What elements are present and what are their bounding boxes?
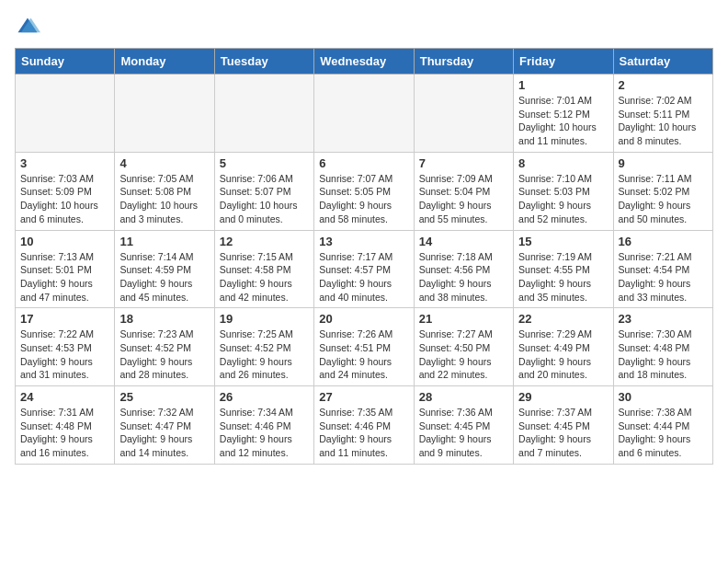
weekday-header: Tuesday (214, 49, 313, 75)
day-info: Sunrise: 7:10 AM Sunset: 5:03 PM Dayligh… (518, 172, 608, 226)
day-number: 8 (518, 156, 608, 170)
calendar-day-cell: 11Sunrise: 7:14 AM Sunset: 4:59 PM Dayli… (115, 230, 214, 308)
day-info: Sunrise: 7:15 AM Sunset: 4:58 PM Dayligh… (220, 250, 309, 304)
calendar-week-row: 3Sunrise: 7:03 AM Sunset: 5:09 PM Daylig… (16, 152, 713, 230)
weekday-header: Monday (115, 49, 214, 75)
day-info: Sunrise: 7:26 AM Sunset: 4:51 PM Dayligh… (319, 327, 408, 382)
day-info: Sunrise: 7:17 AM Sunset: 4:57 PM Dayligh… (319, 250, 408, 304)
calendar-day-cell: 21Sunrise: 7:27 AM Sunset: 4:50 PM Dayli… (414, 308, 513, 386)
day-info: Sunrise: 7:35 AM Sunset: 4:46 PM Dayligh… (319, 406, 408, 460)
day-number: 25 (119, 390, 209, 404)
calendar-day-cell (214, 75, 313, 153)
calendar-day-cell (115, 75, 214, 153)
day-info: Sunrise: 7:30 AM Sunset: 4:48 PM Dayligh… (619, 327, 708, 382)
calendar-day-cell (314, 75, 414, 153)
day-info: Sunrise: 7:32 AM Sunset: 4:47 PM Dayligh… (119, 406, 209, 460)
calendar-day-cell: 14Sunrise: 7:18 AM Sunset: 4:56 PM Dayli… (414, 230, 513, 308)
header (15, 15, 713, 40)
calendar-day-cell: 26Sunrise: 7:34 AM Sunset: 4:46 PM Dayli… (214, 386, 313, 465)
calendar-day-cell: 10Sunrise: 7:13 AM Sunset: 5:01 PM Dayli… (16, 230, 115, 308)
calendar-day-cell: 5Sunrise: 7:06 AM Sunset: 5:07 PM Daylig… (214, 152, 313, 230)
calendar-day-cell: 15Sunrise: 7:19 AM Sunset: 4:55 PM Dayli… (514, 230, 613, 308)
calendar-day-cell: 23Sunrise: 7:30 AM Sunset: 4:48 PM Dayli… (613, 308, 712, 386)
day-info: Sunrise: 7:27 AM Sunset: 4:50 PM Dayligh… (419, 327, 508, 382)
calendar-day-cell: 2Sunrise: 7:02 AM Sunset: 5:11 PM Daylig… (613, 75, 712, 153)
calendar-day-cell: 29Sunrise: 7:37 AM Sunset: 4:45 PM Dayli… (514, 386, 613, 465)
calendar-day-cell: 19Sunrise: 7:25 AM Sunset: 4:52 PM Dayli… (214, 308, 313, 386)
calendar-day-cell: 12Sunrise: 7:15 AM Sunset: 4:58 PM Dayli… (214, 230, 313, 308)
day-number: 21 (419, 312, 508, 326)
day-number: 3 (20, 156, 109, 170)
calendar-day-cell: 28Sunrise: 7:36 AM Sunset: 4:45 PM Dayli… (414, 386, 513, 465)
day-number: 13 (319, 235, 408, 248)
weekday-header: Friday (514, 49, 613, 75)
day-number: 28 (419, 390, 508, 404)
calendar-day-cell: 27Sunrise: 7:35 AM Sunset: 4:46 PM Dayli… (314, 386, 414, 465)
calendar-day-cell: 22Sunrise: 7:29 AM Sunset: 4:49 PM Dayli… (514, 308, 613, 386)
calendar-day-cell: 7Sunrise: 7:09 AM Sunset: 5:04 PM Daylig… (414, 152, 513, 230)
day-number: 7 (419, 156, 508, 170)
day-number: 15 (518, 235, 608, 248)
calendar-day-cell: 3Sunrise: 7:03 AM Sunset: 5:09 PM Daylig… (16, 152, 115, 230)
day-number: 29 (518, 390, 608, 404)
calendar-day-cell: 9Sunrise: 7:11 AM Sunset: 5:02 PM Daylig… (613, 152, 712, 230)
day-number: 12 (220, 235, 309, 248)
calendar-day-cell: 6Sunrise: 7:07 AM Sunset: 5:05 PM Daylig… (314, 152, 414, 230)
logo-icon (15, 15, 40, 40)
day-info: Sunrise: 7:36 AM Sunset: 4:45 PM Dayligh… (419, 406, 508, 460)
calendar-day-cell: 17Sunrise: 7:22 AM Sunset: 4:53 PM Dayli… (16, 308, 115, 386)
day-info: Sunrise: 7:29 AM Sunset: 4:49 PM Dayligh… (518, 327, 608, 382)
calendar-table: SundayMondayTuesdayWednesdayThursdayFrid… (15, 48, 713, 465)
day-number: 11 (119, 235, 209, 248)
calendar-day-cell: 13Sunrise: 7:17 AM Sunset: 4:57 PM Dayli… (314, 230, 414, 308)
weekday-header: Wednesday (314, 49, 414, 75)
weekday-header: Saturday (613, 49, 712, 75)
calendar-day-cell: 30Sunrise: 7:38 AM Sunset: 4:44 PM Dayli… (613, 386, 712, 465)
day-info: Sunrise: 7:05 AM Sunset: 5:08 PM Dayligh… (119, 172, 209, 226)
day-number: 14 (419, 235, 508, 248)
calendar-week-row: 1Sunrise: 7:01 AM Sunset: 5:12 PM Daylig… (16, 75, 713, 153)
day-info: Sunrise: 7:07 AM Sunset: 5:05 PM Dayligh… (319, 172, 408, 226)
day-number: 23 (619, 312, 708, 326)
day-info: Sunrise: 7:03 AM Sunset: 5:09 PM Dayligh… (20, 172, 109, 226)
day-number: 30 (619, 390, 708, 404)
day-info: Sunrise: 7:31 AM Sunset: 4:48 PM Dayligh… (20, 406, 109, 460)
day-number: 26 (220, 390, 309, 404)
calendar-day-cell: 8Sunrise: 7:10 AM Sunset: 5:03 PM Daylig… (514, 152, 613, 230)
calendar-day-cell: 25Sunrise: 7:32 AM Sunset: 4:47 PM Dayli… (115, 386, 214, 465)
day-info: Sunrise: 7:25 AM Sunset: 4:52 PM Dayligh… (220, 327, 309, 382)
calendar-week-row: 24Sunrise: 7:31 AM Sunset: 4:48 PM Dayli… (16, 386, 713, 465)
day-number: 22 (518, 312, 608, 326)
day-info: Sunrise: 7:37 AM Sunset: 4:45 PM Dayligh… (518, 406, 608, 460)
day-info: Sunrise: 7:38 AM Sunset: 4:44 PM Dayligh… (619, 406, 708, 460)
day-info: Sunrise: 7:19 AM Sunset: 4:55 PM Dayligh… (518, 250, 608, 304)
day-info: Sunrise: 7:23 AM Sunset: 4:52 PM Dayligh… (119, 327, 209, 382)
day-info: Sunrise: 7:34 AM Sunset: 4:46 PM Dayligh… (220, 406, 309, 460)
day-info: Sunrise: 7:11 AM Sunset: 5:02 PM Dayligh… (619, 172, 708, 226)
day-info: Sunrise: 7:21 AM Sunset: 4:54 PM Dayligh… (619, 250, 708, 304)
logo (15, 15, 44, 40)
calendar-day-cell: 18Sunrise: 7:23 AM Sunset: 4:52 PM Dayli… (115, 308, 214, 386)
day-info: Sunrise: 7:09 AM Sunset: 5:04 PM Dayligh… (419, 172, 508, 226)
calendar-day-cell: 24Sunrise: 7:31 AM Sunset: 4:48 PM Dayli… (16, 386, 115, 465)
calendar-day-cell: 4Sunrise: 7:05 AM Sunset: 5:08 PM Daylig… (115, 152, 214, 230)
day-info: Sunrise: 7:01 AM Sunset: 5:12 PM Dayligh… (518, 94, 608, 148)
calendar-day-cell (16, 75, 115, 153)
day-number: 6 (319, 156, 408, 170)
day-number: 9 (619, 156, 708, 170)
calendar-day-cell: 1Sunrise: 7:01 AM Sunset: 5:12 PM Daylig… (514, 75, 613, 153)
weekday-header: Sunday (16, 49, 115, 75)
day-number: 1 (518, 78, 608, 92)
day-number: 18 (119, 312, 209, 326)
day-number: 20 (319, 312, 408, 326)
day-number: 5 (220, 156, 309, 170)
day-info: Sunrise: 7:18 AM Sunset: 4:56 PM Dayligh… (419, 250, 508, 304)
day-number: 24 (20, 390, 109, 404)
calendar-header-row: SundayMondayTuesdayWednesdayThursdayFrid… (16, 49, 713, 75)
day-info: Sunrise: 7:14 AM Sunset: 4:59 PM Dayligh… (119, 250, 209, 304)
day-number: 16 (619, 235, 708, 248)
calendar-week-row: 17Sunrise: 7:22 AM Sunset: 4:53 PM Dayli… (16, 308, 713, 386)
calendar-week-row: 10Sunrise: 7:13 AM Sunset: 5:01 PM Dayli… (16, 230, 713, 308)
calendar-day-cell: 16Sunrise: 7:21 AM Sunset: 4:54 PM Dayli… (613, 230, 712, 308)
weekday-header: Thursday (414, 49, 513, 75)
